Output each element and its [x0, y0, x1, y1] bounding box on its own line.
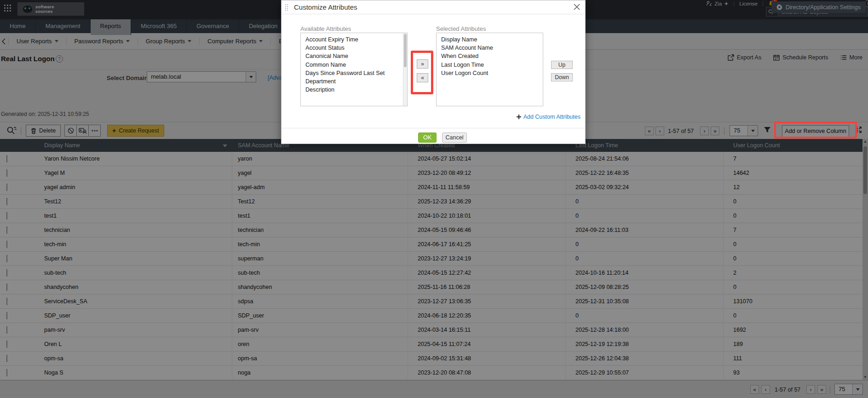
- available-attribute-option[interactable]: Department: [301, 77, 407, 86]
- annotation-highlight-transfer-buttons: [411, 51, 433, 94]
- selected-attribute-option[interactable]: When Created: [437, 52, 543, 60]
- annotation-highlight-add-remove-column: [774, 121, 857, 138]
- available-attribute-option[interactable]: Canonical Name: [301, 52, 407, 60]
- available-attribute-option[interactable]: Common Name: [301, 61, 407, 69]
- add-custom-attributes-link[interactable]: Add Custom Attributes: [517, 114, 581, 120]
- dialog-divider: [282, 128, 585, 128]
- available-attribute-option[interactable]: Account Status: [301, 44, 407, 52]
- available-attributes-list[interactable]: Account Expiry TimeAccount StatusCanonic…: [300, 33, 408, 106]
- close-icon[interactable]: [574, 4, 580, 10]
- available-attributes-label: Available Attributes: [300, 25, 351, 32]
- selected-attributes-list[interactable]: Display NameSAM Account NameWhen Created…: [436, 33, 543, 106]
- selected-attribute-option[interactable]: User Logon Count: [437, 69, 543, 77]
- app-window: softwaresources Zia License 1 AD Explor: [0, 0, 868, 398]
- list-scrollbar[interactable]: [403, 33, 407, 106]
- dialog-title-bar[interactable]: Customize Attributes: [282, 0, 585, 14]
- scrollbar-thumb[interactable]: [404, 34, 407, 67]
- available-attribute-option[interactable]: Days Since Password Last Set: [301, 69, 407, 77]
- selected-attribute-option[interactable]: Display Name: [437, 35, 543, 44]
- move-down-button[interactable]: Down: [551, 73, 573, 81]
- dialog-title: Customize Attributes: [294, 3, 357, 11]
- move-up-button[interactable]: Up: [551, 61, 573, 69]
- selected-attributes-label: Selected Attributes: [436, 25, 486, 32]
- available-attribute-option[interactable]: Description: [301, 86, 407, 94]
- available-attribute-option[interactable]: Account Expiry Time: [301, 35, 407, 44]
- customize-attributes-dialog: Customize Attributes Available Attribute…: [281, 0, 586, 144]
- drag-handle-icon[interactable]: [285, 4, 290, 11]
- selected-attribute-option[interactable]: SAM Account Name: [437, 44, 543, 52]
- plus-icon: [517, 115, 521, 119]
- ok-button[interactable]: OK: [418, 133, 437, 143]
- selected-attribute-option[interactable]: Last Logon Time: [437, 61, 543, 69]
- cancel-button[interactable]: Cancel: [442, 133, 467, 143]
